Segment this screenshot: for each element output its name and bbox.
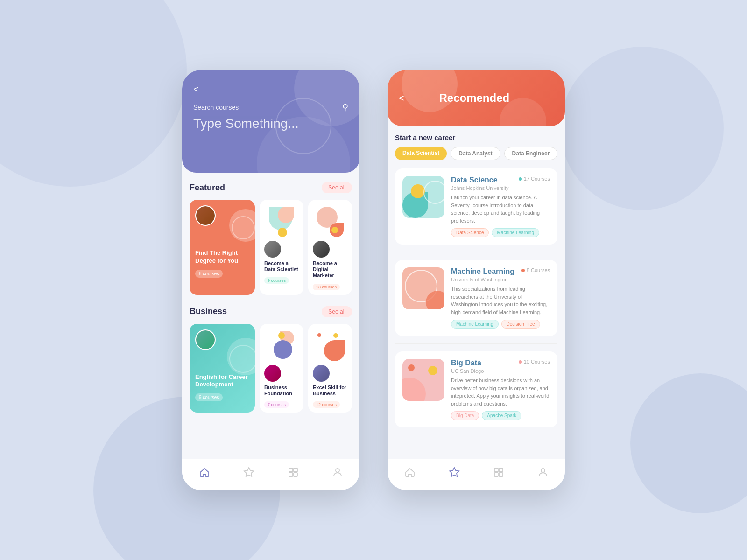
graphic-shape: [324, 340, 345, 361]
bottom-nav: [182, 459, 359, 490]
nav-profile-button[interactable]: [532, 465, 554, 483]
nav-profile-button[interactable]: [326, 465, 349, 483]
search-placeholder[interactable]: Type Something...: [193, 116, 348, 131]
card-graphic: [313, 204, 347, 237]
card-count: 9 courses: [195, 393, 223, 401]
phone-recommended: < Recomended Start a new career Data Sci…: [388, 70, 565, 490]
svg-rect-3: [289, 473, 293, 476]
course-description: Launch your career in data science. A Se…: [451, 194, 550, 224]
phone2-body: Start a new career Data Scientist Data A…: [388, 126, 565, 459]
course-info: Data Science 17 Courses Johns Hopkins Un…: [451, 176, 550, 237]
nav-home-button[interactable]: [193, 465, 216, 483]
featured-card-small-2[interactable]: Become a Digital Marketer 13 courses: [308, 200, 352, 295]
course-item-machine-learning[interactable]: Machine Learning 8 Courses University of…: [395, 260, 557, 336]
phone-search: < Search courses ⚲ Type Something... Fea…: [182, 70, 359, 490]
course-count: 10 Courses: [519, 359, 550, 364]
course-item-big-data[interactable]: Big Data 10 Courses UC San Diego Drive b…: [395, 351, 557, 427]
business-title: Business: [190, 307, 227, 316]
nav-favorites-button[interactable]: [238, 465, 260, 483]
page-title: Recomended: [412, 91, 537, 105]
course-tags: Big Data Apache Spark: [451, 411, 550, 420]
course-thumbnail: [402, 176, 444, 218]
svg-rect-9: [494, 473, 498, 476]
course-tags: Data Science Machine Learning: [451, 228, 550, 237]
featured-section-header: Featured See all: [190, 182, 352, 193]
course-name: Big Data: [451, 359, 481, 367]
course-thumbnail: [402, 267, 444, 309]
phones-container: < Search courses ⚲ Type Something... Fea…: [182, 70, 565, 490]
featured-card-small-1[interactable]: Become a Data Scientist 9 courses: [260, 200, 303, 295]
nav-favorites-button[interactable]: [443, 465, 465, 483]
graphic-dot: [278, 332, 285, 339]
card-count: 9 courses: [264, 277, 289, 284]
card-graphic: [313, 329, 347, 361]
avatar: [264, 365, 281, 382]
header-blob-1: [402, 70, 458, 112]
nav-home-button[interactable]: [399, 465, 421, 483]
course-item-data-science[interactable]: Data Science 17 Courses Johns Hopkins Un…: [395, 168, 557, 245]
nav-courses-button[interactable]: [282, 465, 304, 483]
avatar: [195, 329, 216, 350]
svg-point-11: [541, 469, 545, 472]
back-button[interactable]: <: [399, 93, 404, 104]
svg-rect-2: [294, 468, 297, 472]
featured-see-all-button[interactable]: See all: [322, 182, 352, 193]
graphic-shape: [278, 207, 294, 223]
course-university: University of Washington: [451, 277, 550, 282]
card-title: Become a Digital Marketer: [313, 260, 347, 279]
course-info: Big Data 10 Courses UC San Diego Drive b…: [451, 359, 550, 420]
course-header-row: Big Data 10 Courses: [451, 359, 550, 367]
bottom-nav-2: [388, 459, 565, 490]
bg-decoration-1: [0, 0, 187, 187]
count-dot: [519, 177, 522, 181]
card-decoration: [229, 345, 255, 373]
filter-data-analyst[interactable]: Data Analyst: [451, 147, 500, 160]
recommended-header: < Recomended: [388, 70, 565, 126]
career-label: Start a new career: [395, 133, 557, 141]
filter-row: Data Scientist Data Analyst Data Enginee…: [395, 147, 557, 160]
card-count: 12 courses: [313, 401, 340, 408]
back-button[interactable]: <: [193, 84, 199, 95]
business-card-small-1[interactable]: Business Foundation 7 courses: [260, 324, 303, 413]
course-university: UC San Diego: [451, 368, 550, 374]
svg-rect-4: [294, 473, 297, 476]
thumb-shape: [402, 378, 426, 401]
filter-data-scientist[interactable]: Data Scientist: [395, 147, 447, 160]
card-count: 13 courses: [313, 284, 340, 290]
card-title: English for Career Development: [195, 373, 249, 389]
featured-card-large[interactable]: Find The Right Degree for You 8 courses: [190, 200, 255, 295]
business-see-all-button[interactable]: See all: [322, 306, 352, 317]
course-info: Machine Learning 8 Courses University of…: [451, 267, 550, 329]
card-title: Find The Right Degree for You: [195, 249, 249, 265]
course-university: Johns Hopkins University: [451, 185, 550, 191]
avatar-image: [196, 206, 215, 225]
course-count: 17 Courses: [519, 176, 550, 182]
card-title: Become a Data Scientist: [264, 260, 299, 273]
tag-apache-spark: Apache Spark: [482, 411, 521, 420]
svg-rect-7: [494, 468, 498, 472]
business-cards-row: English for Career Development 9 courses…: [190, 324, 352, 413]
svg-rect-1: [289, 468, 293, 472]
course-name: Machine Learning: [451, 267, 514, 276]
bg-decoration-4: [630, 373, 747, 513]
business-card-small-2[interactable]: Excel Skill for Business 12 courses: [308, 324, 352, 413]
business-card-large[interactable]: English for Career Development 9 courses: [190, 324, 255, 413]
thumb-dot: [408, 364, 415, 371]
tag-ml: Machine Learning: [451, 320, 499, 329]
graphic-dot: [331, 227, 338, 233]
nav-courses-button[interactable]: [487, 465, 510, 483]
svg-rect-10: [499, 473, 503, 476]
graphic-dot: [333, 333, 338, 338]
avatar: [313, 365, 330, 382]
thumb-dot: [411, 184, 425, 198]
course-description: Drive better business decisions with an …: [451, 377, 550, 407]
svg-marker-6: [450, 468, 459, 476]
business-section-header: Business See all: [190, 306, 352, 317]
svg-point-5: [336, 469, 339, 472]
filter-data-engineer[interactable]: Data Engineer: [504, 147, 557, 160]
card-decoration: [232, 216, 255, 239]
course-header-row: Data Science 17 Courses: [451, 176, 550, 184]
card-graphic: [264, 204, 299, 237]
card-count: 8 courses: [195, 270, 223, 278]
svg-marker-0: [244, 468, 254, 476]
